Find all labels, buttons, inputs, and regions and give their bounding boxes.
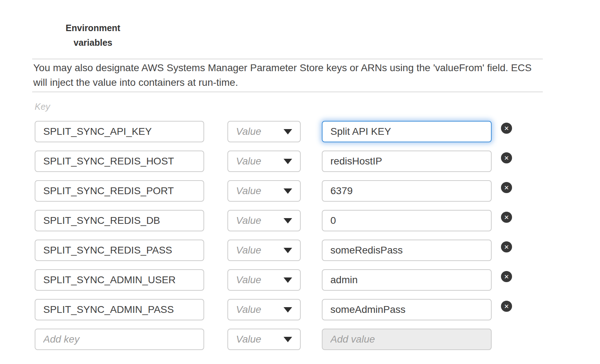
- chevron-down-icon: [284, 337, 292, 342]
- env-var-row: Value ✕: [35, 151, 512, 172]
- chevron-down-icon: [284, 218, 292, 223]
- env-var-row: Value ✕: [35, 121, 512, 142]
- env-value-input[interactable]: [322, 269, 492, 291]
- chevron-down-icon: [284, 159, 292, 164]
- chevron-down-icon: [284, 248, 292, 253]
- env-var-row: Value ✕: [35, 240, 512, 261]
- env-value-type-label: Value: [236, 304, 261, 315]
- env-key-input[interactable]: [35, 180, 204, 202]
- env-var-row: Value ✕: [35, 299, 512, 320]
- env-value-type-label: Value: [236, 334, 261, 345]
- remove-variable-button[interactable]: ✕: [501, 123, 512, 134]
- chevron-down-icon: [284, 307, 292, 313]
- close-icon: ✕: [504, 214, 509, 221]
- remove-variable-button[interactable]: ✕: [501, 301, 512, 312]
- section-description: You may also designate AWS Systems Manag…: [33, 60, 545, 90]
- remove-variable-button[interactable]: ✕: [501, 182, 512, 193]
- env-value-type-label: Value: [236, 274, 261, 286]
- env-value-input[interactable]: [322, 240, 492, 261]
- close-icon: ✕: [504, 244, 509, 251]
- chevron-down-icon: [284, 129, 292, 134]
- env-value-input[interactable]: [322, 299, 492, 320]
- env-var-row: Value ✕: [35, 210, 512, 231]
- env-value-type-select[interactable]: Value: [227, 269, 301, 291]
- env-key-input[interactable]: [35, 121, 204, 142]
- close-icon: ✕: [504, 184, 509, 191]
- env-value-input[interactable]: [322, 151, 492, 172]
- key-column-label: Key: [35, 102, 50, 112]
- remove-variable-button[interactable]: ✕: [501, 241, 512, 252]
- chevron-down-icon: [284, 277, 292, 283]
- env-key-input[interactable]: [35, 210, 204, 231]
- env-value-type-label: Value: [236, 185, 261, 197]
- add-value-input[interactable]: [322, 329, 492, 350]
- section-title: Environment variables: [50, 21, 136, 50]
- env-var-add-row: Value: [35, 329, 512, 350]
- env-value-type-select[interactable]: Value: [227, 121, 301, 142]
- env-value-type-select[interactable]: Value: [227, 240, 301, 261]
- chevron-down-icon: [284, 188, 292, 194]
- env-value-type-label: Value: [236, 156, 261, 167]
- remove-variable-button[interactable]: ✕: [501, 271, 512, 282]
- env-value-type-select[interactable]: Value: [227, 299, 301, 320]
- add-key-input[interactable]: [35, 329, 204, 350]
- divider: [32, 92, 543, 92]
- env-value-type-label: Value: [236, 126, 261, 137]
- env-value-type-label: Value: [236, 245, 261, 256]
- env-value-type-select[interactable]: Value: [227, 210, 301, 231]
- env-key-input[interactable]: [35, 240, 204, 261]
- env-value-input[interactable]: [322, 180, 492, 202]
- close-icon: ✕: [504, 125, 509, 132]
- env-value-input[interactable]: [322, 210, 492, 231]
- env-value-type-select[interactable]: Value: [227, 151, 301, 172]
- env-var-grid: Value ✕ Value ✕ Value ✕: [35, 121, 512, 358]
- env-value-type-select[interactable]: Value: [227, 329, 301, 350]
- env-value-type-label: Value: [236, 215, 261, 226]
- environment-variables-section: Environment variables You may also desig…: [0, 0, 600, 364]
- env-value-input[interactable]: [322, 121, 492, 142]
- remove-variable-button[interactable]: ✕: [501, 152, 512, 163]
- remove-variable-button[interactable]: ✕: [501, 212, 512, 223]
- env-key-input[interactable]: [35, 299, 204, 320]
- env-value-type-select[interactable]: Value: [227, 180, 301, 202]
- close-icon: ✕: [504, 154, 509, 162]
- close-icon: ✕: [504, 303, 509, 310]
- close-icon: ✕: [504, 273, 509, 280]
- divider: [32, 59, 543, 59]
- env-key-input[interactable]: [35, 269, 204, 291]
- env-var-row: Value ✕: [35, 269, 512, 291]
- env-key-input[interactable]: [35, 151, 204, 172]
- env-var-row: Value ✕: [35, 180, 512, 202]
